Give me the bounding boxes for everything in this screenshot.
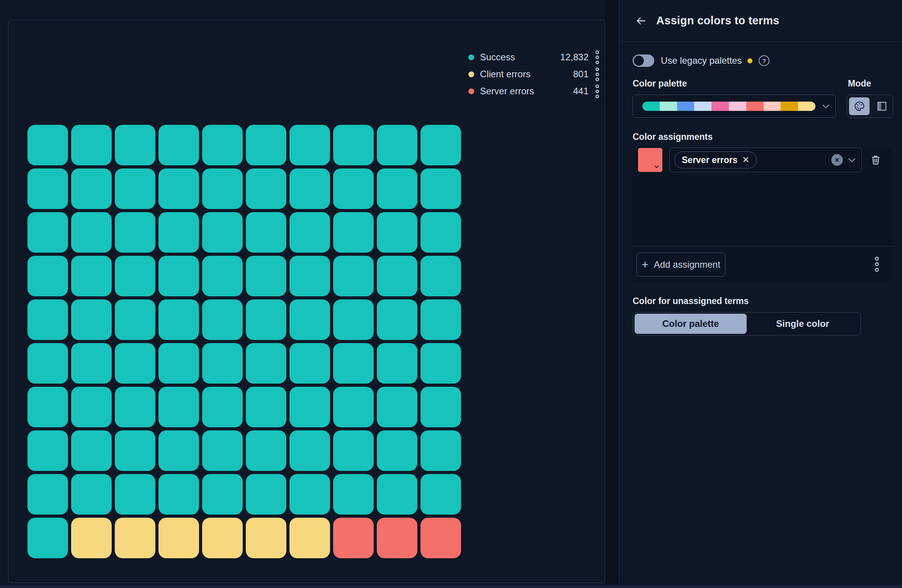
- waffle-cell[interactable]: [420, 343, 461, 384]
- waffle-cell[interactable]: [202, 387, 243, 427]
- waffle-cell[interactable]: [289, 256, 330, 296]
- waffle-cell[interactable]: [115, 125, 155, 165]
- waffle-cell[interactable]: [202, 474, 243, 515]
- waffle-cell[interactable]: [158, 168, 199, 209]
- waffle-cell[interactable]: [158, 212, 199, 253]
- waffle-cell[interactable]: [377, 474, 417, 515]
- waffle-cell[interactable]: [420, 474, 461, 515]
- waffle-cell[interactable]: [289, 430, 330, 471]
- waffle-cell[interactable]: [420, 125, 461, 165]
- waffle-cell[interactable]: [71, 387, 112, 427]
- waffle-cell[interactable]: [202, 168, 243, 209]
- segmented-option[interactable]: Color palette: [635, 314, 747, 334]
- waffle-cell[interactable]: [158, 474, 199, 515]
- waffle-cell[interactable]: [202, 299, 243, 340]
- legend-label[interactable]: Client errors: [480, 69, 531, 80]
- waffle-cell[interactable]: [246, 430, 286, 471]
- waffle-cell[interactable]: [333, 430, 374, 471]
- waffle-cell[interactable]: [420, 256, 461, 296]
- waffle-cell[interactable]: [27, 430, 68, 471]
- waffle-cell[interactable]: [115, 474, 155, 515]
- waffle-cell[interactable]: [246, 387, 286, 427]
- waffle-cell[interactable]: [202, 430, 243, 471]
- waffle-cell[interactable]: [289, 299, 330, 340]
- waffle-cell[interactable]: [158, 299, 199, 340]
- waffle-cell[interactable]: [71, 168, 112, 209]
- waffle-cell[interactable]: [27, 299, 68, 340]
- waffle-cell[interactable]: [377, 299, 417, 340]
- delete-assignment-icon[interactable]: [870, 155, 881, 165]
- color-swatch-button[interactable]: [638, 148, 662, 172]
- legend-label[interactable]: Success: [480, 52, 515, 63]
- waffle-cell[interactable]: [333, 125, 374, 165]
- waffle-cell[interactable]: [377, 387, 417, 427]
- legend-more-options-icon[interactable]: [595, 50, 600, 65]
- assignments-more-options-icon[interactable]: [871, 252, 882, 276]
- waffle-cell[interactable]: [377, 343, 417, 384]
- waffle-cell[interactable]: [246, 518, 286, 558]
- waffle-cell[interactable]: [71, 518, 112, 558]
- waffle-cell[interactable]: [27, 256, 68, 296]
- waffle-cell[interactable]: [333, 518, 374, 558]
- waffle-cell[interactable]: [420, 299, 461, 340]
- waffle-cell[interactable]: [158, 430, 199, 471]
- waffle-cell[interactable]: [333, 387, 374, 427]
- waffle-cell[interactable]: [158, 256, 199, 296]
- waffle-cell[interactable]: [202, 518, 243, 558]
- waffle-cell[interactable]: [420, 430, 461, 471]
- waffle-cell[interactable]: [202, 256, 243, 296]
- waffle-cell[interactable]: [27, 518, 68, 558]
- remove-term-icon[interactable]: ✕: [742, 155, 749, 165]
- waffle-cell[interactable]: [246, 343, 286, 384]
- waffle-cell[interactable]: [27, 343, 68, 384]
- waffle-cell[interactable]: [377, 518, 417, 558]
- waffle-cell[interactable]: [115, 256, 155, 296]
- waffle-cell[interactable]: [377, 212, 417, 253]
- waffle-cell[interactable]: [289, 212, 330, 253]
- waffle-cell[interactable]: [420, 168, 461, 209]
- waffle-cell[interactable]: [71, 343, 112, 384]
- waffle-cell[interactable]: [71, 474, 112, 515]
- waffle-cell[interactable]: [377, 256, 417, 296]
- waffle-cell[interactable]: [27, 125, 68, 165]
- term-pill[interactable]: Server errors ✕: [674, 151, 757, 168]
- waffle-cell[interactable]: [115, 430, 155, 471]
- legend-more-options-icon[interactable]: [595, 84, 600, 99]
- waffle-cell[interactable]: [246, 299, 286, 340]
- waffle-cell[interactable]: [289, 168, 330, 209]
- segmented-option[interactable]: Single color: [747, 314, 859, 334]
- waffle-cell[interactable]: [246, 256, 286, 296]
- waffle-cell[interactable]: [246, 125, 286, 165]
- waffle-cell[interactable]: [333, 212, 374, 253]
- waffle-cell[interactable]: [27, 212, 68, 253]
- waffle-cell[interactable]: [71, 212, 112, 253]
- waffle-cell[interactable]: [115, 518, 155, 558]
- waffle-cell[interactable]: [333, 168, 374, 209]
- waffle-cell[interactable]: [377, 168, 417, 209]
- legacy-palettes-toggle[interactable]: [633, 54, 654, 67]
- mode-gradient-button[interactable]: [871, 97, 892, 115]
- color-palette-select[interactable]: [633, 95, 836, 118]
- legend-item[interactable]: Server errors 441: [468, 85, 600, 97]
- waffle-cell[interactable]: [246, 474, 286, 515]
- waffle-cell[interactable]: [158, 518, 199, 558]
- waffle-cell[interactable]: [115, 343, 155, 384]
- waffle-cell[interactable]: [71, 256, 112, 296]
- waffle-cell[interactable]: [377, 430, 417, 471]
- waffle-cell[interactable]: [115, 387, 155, 427]
- waffle-cell[interactable]: [158, 387, 199, 427]
- waffle-cell[interactable]: [158, 125, 199, 165]
- legend-item[interactable]: Client errors 801: [468, 68, 600, 80]
- waffle-cell[interactable]: [333, 343, 374, 384]
- waffle-cell[interactable]: [115, 299, 155, 340]
- waffle-cell[interactable]: [289, 387, 330, 427]
- waffle-cell[interactable]: [420, 387, 461, 427]
- waffle-cell[interactable]: [333, 474, 374, 515]
- waffle-cell[interactable]: [27, 474, 68, 515]
- combobox-chevron-down-icon[interactable]: [847, 155, 857, 165]
- waffle-cell[interactable]: [202, 343, 243, 384]
- clear-selection-button[interactable]: ✕: [831, 154, 843, 166]
- help-icon[interactable]: ?: [759, 55, 769, 66]
- waffle-cell[interactable]: [246, 168, 286, 209]
- mode-palette-button[interactable]: [849, 97, 870, 115]
